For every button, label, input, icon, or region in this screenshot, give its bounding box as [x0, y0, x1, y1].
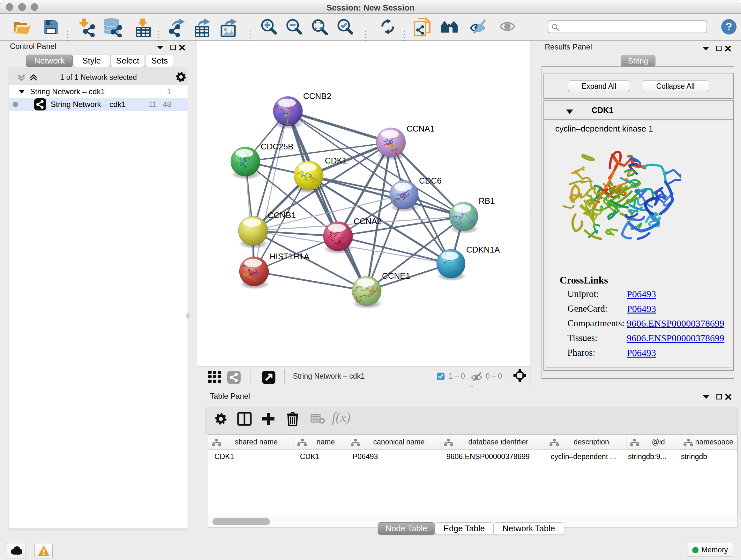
svg-text:CDC25B: CDC25B — [261, 142, 293, 151]
svg-text:CCNA1: CCNA1 — [407, 124, 434, 133]
svg-text:CCNB1: CCNB1 — [268, 210, 296, 220]
svg-text:CCNB2: CCNB2 — [303, 91, 331, 101]
svg-text:HIST1H1A: HIST1H1A — [270, 252, 310, 261]
svg-text:CCNE1: CCNE1 — [382, 271, 410, 281]
svg-text:CDC6: CDC6 — [419, 176, 442, 186]
svg-text:CCNA2: CCNA2 — [354, 216, 382, 226]
svg-text:CDKN1A: CDKN1A — [466, 245, 500, 254]
svg-text:?: ? — [726, 20, 732, 33]
svg-text:CDK1: CDK1 — [325, 156, 347, 165]
svg-text:RB1: RB1 — [479, 196, 495, 206]
